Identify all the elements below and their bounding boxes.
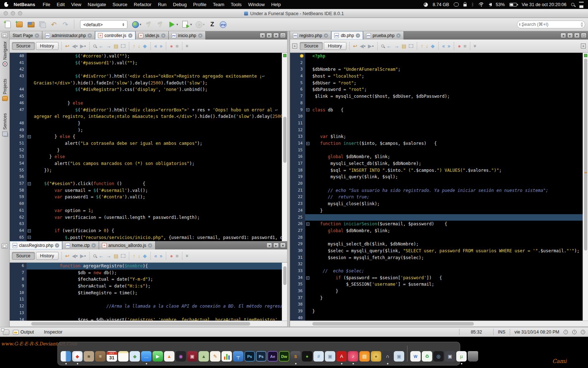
stopwatch-icon[interactable] (581, 330, 585, 334)
code-line[interactable]: 11 (10, 296, 287, 303)
editor-toolbar-shift-line-left[interactable]: « (154, 253, 158, 259)
editor-toolbar-toggle-bookmark[interactable]: ◆ (142, 253, 148, 259)
toolbar-open-project[interactable] (26, 20, 36, 29)
editor-toolbar-toggle-bookmark[interactable]: ◆ (430, 43, 435, 49)
editor-toolbar-find-next[interactable]: → (106, 253, 112, 259)
scroll-tabs-right-icon[interactable]: ▸ (266, 33, 272, 38)
bluetooth-icon[interactable]: ᛒ (471, 2, 474, 7)
code-line[interactable]: 23 mysqli_close($link); (290, 201, 588, 207)
combobox-stepper-icon[interactable]: ▲▼ (121, 23, 126, 26)
editor-toolbar-rectangular-selection[interactable] (120, 254, 126, 258)
tab-list-icon[interactable]: ▾ (574, 33, 580, 38)
editor-toolbar-shift-line-right[interactable]: » (159, 43, 163, 49)
code-line[interactable]: 25 (290, 214, 588, 221)
sidebar-item-navigator[interactable]: Navigator (3, 41, 8, 66)
volume-icon[interactable]: )) (489, 3, 491, 6)
code-line[interactable]: 59 var password1 = $('#contra').val(); (10, 194, 287, 201)
dock-ibooks[interactable]: ▤ (359, 351, 370, 362)
dock-after-effects[interactable]: Ae (267, 351, 278, 362)
code-line[interactable]: 10 $timeRegistro = time(); (10, 290, 287, 296)
code-line[interactable]: Gracias!</div>').hide().fadeIn('slow').d… (10, 80, 287, 87)
bottom-left-vertical-scrollbar[interactable] (282, 263, 287, 321)
editor-toolbar-toggle-highlight[interactable]: ▤ (401, 43, 407, 49)
editor-splitter[interactable] (287, 31, 290, 327)
lock-icon[interactable] (463, 4, 467, 6)
tab-inicio-php[interactable]: phpinicio.php× (169, 31, 206, 40)
menu-debug[interactable]: Debug (170, 2, 190, 7)
history-view-button[interactable]: History (324, 42, 346, 50)
fold-toggle-icon[interactable]: − (306, 222, 309, 226)
inspector-tab[interactable]: Inspector (44, 330, 62, 335)
code-line[interactable]: 54 alert("Los campos marcados con (*) so… (10, 160, 287, 167)
editor-toolbar-start-macro-recording[interactable]: ● (457, 43, 461, 49)
tab-prueba-php[interactable]: phpprueba.php× (363, 31, 404, 40)
dock-virtualbox[interactable]: ▣ (325, 351, 336, 362)
editor-toolbar-next-bookmark[interactable]: ↓ (425, 43, 429, 49)
editor-toolbar-forward[interactable]: ▶▾ (367, 43, 374, 49)
editor-toolbar-rectangular-selection[interactable] (120, 44, 126, 48)
scrollbar-thumb[interactable] (283, 266, 286, 285)
dock-finder[interactable] (60, 351, 71, 362)
dock-photoshop[interactable]: Ps (244, 351, 255, 362)
fold-toggle-icon[interactable]: − (28, 135, 31, 138)
code-line[interactable]: 5$dbUser = "root"; (290, 80, 588, 87)
editor-toolbar-last-edit[interactable]: ↩ (353, 43, 358, 49)
window-dock-icon[interactable] (1, 33, 8, 38)
toolbar-new-project[interactable] (14, 20, 24, 29)
code-line[interactable]: 58 var usermail = $('#usermail').val(); (10, 187, 287, 194)
toolbar-deploy[interactable]: ▾ (131, 20, 143, 29)
code-line[interactable]: 3$dbNombre = "UnderAFuneralScream"; (290, 66, 588, 73)
editor-toolbar-previous-bookmark[interactable]: ↑ (132, 43, 136, 49)
sidebar-item-services[interactable]: Services (2, 113, 8, 136)
fold-toggle-icon[interactable]: − (306, 142, 309, 145)
split-window-icon[interactable]: + (292, 43, 297, 49)
code-line[interactable]: 10 (290, 113, 588, 120)
dock-camera-lens[interactable]: ◎ (433, 351, 444, 362)
code-line[interactable]: 51 alert("La cotraseña debe ser igual en… (10, 140, 287, 147)
code-line[interactable]: 19 mysqli_query($link, $sql); (290, 174, 588, 180)
maximize-pane-icon[interactable]: ▢ (581, 33, 587, 38)
menu-edit[interactable]: Edit (53, 2, 68, 7)
code-line[interactable]: 4$host = "localhost"; (290, 73, 588, 80)
code-line[interactable]: 36 } (290, 288, 588, 295)
editor-toolbar-find-selection[interactable] (381, 44, 385, 48)
menu-netbeans[interactable]: NetBeans (10, 2, 39, 7)
editor-toolbar-forward[interactable]: ▶▾ (79, 253, 87, 259)
source-view-button[interactable]: Source (12, 252, 35, 260)
menu-file[interactable]: File (39, 2, 53, 7)
controller-js-editor[interactable]: 40 $('#correo').val("");41 $('#password1… (10, 53, 287, 241)
menu-source[interactable]: Source (109, 2, 131, 7)
dock-keynote[interactable]: ┬ (233, 351, 244, 362)
code-line[interactable]: 15 (290, 147, 588, 154)
window-dock-icon-bottom[interactable] (1, 243, 8, 249)
classregistro-php-editor[interactable]: 6 function agregarRegistro($nombre){7 $d… (10, 263, 287, 321)
tab-close-icon[interactable]: × (55, 243, 59, 248)
fold-toggle-icon[interactable]: − (306, 108, 309, 111)
tab-start-page[interactable]: Start Page× (10, 31, 42, 40)
menubar-clock[interactable]: Vie 31 de oct 20:20:06 (522, 2, 566, 7)
code-line[interactable]: 6$dbPassword = "root"; (290, 86, 588, 93)
menu-run[interactable]: Run (155, 2, 170, 7)
code-line[interactable]: 56 (10, 174, 287, 180)
menu-profile[interactable]: Profile (190, 2, 210, 7)
top-left-vertical-scrollbar[interactable] (282, 53, 287, 241)
editor-toolbar-find-selection[interactable] (93, 254, 97, 258)
tab-classregistro-php[interactable]: phpclassRegistro.php× (10, 241, 62, 249)
code-line[interactable]: 32 (290, 261, 588, 268)
tab-close-icon[interactable]: × (148, 243, 152, 248)
scroll-tabs-right-icon[interactable]: ▸ (273, 243, 279, 248)
code-line[interactable]: 41 $('#password1').val(""); (10, 60, 287, 66)
editor-toolbar-start-macro-recording[interactable]: ● (169, 253, 173, 259)
tab-close-icon[interactable]: × (92, 243, 96, 248)
scrollbar-thumb[interactable] (312, 322, 474, 326)
tab-slider-js[interactable]: JSslider.js× (136, 31, 169, 40)
tab-anuncios-abordo-js[interactable]: JSanuncios_aBordo.js× (99, 241, 155, 249)
dock-notes[interactable] (118, 351, 129, 362)
code-line[interactable]: 47 $('#divError').html('<div class="erro… (10, 107, 287, 114)
dock-itunes[interactable]: ♪ (347, 351, 359, 362)
editor-toolbar-toggle-highlight[interactable]: ▤ (113, 253, 119, 259)
code-line[interactable]: 14 $res = $db->insert('registros','nombr… (10, 317, 287, 321)
code-line[interactable]: 39} (290, 308, 588, 315)
dock-vlc[interactable]: ▲ (164, 351, 175, 362)
menu-window[interactable]: Window (245, 2, 268, 7)
